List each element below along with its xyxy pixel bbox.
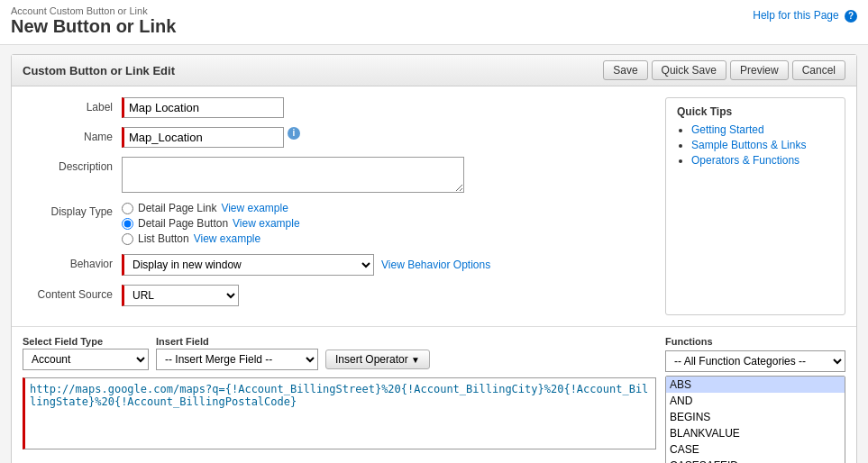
display-type-label: Display Type bbox=[23, 202, 122, 218]
help-link-text: Help for this Page bbox=[753, 9, 838, 22]
behavior-controls: Display in new window View Behavior Opti… bbox=[122, 254, 490, 276]
radio-row-3: List Button View example bbox=[122, 232, 300, 245]
form-panel-title: Custom Button or Link Edit bbox=[23, 64, 175, 77]
view-behavior-options-link[interactable]: View Behavior Options bbox=[381, 259, 490, 271]
page-header: Help for this Page ? Account Custom Butt… bbox=[0, 0, 868, 45]
select-field-type-label: Select Field Type bbox=[23, 336, 149, 347]
insert-operator-caret: ▼ bbox=[411, 355, 420, 365]
form-panel-header: Custom Button or Link Edit Save Quick Sa… bbox=[12, 55, 856, 86]
description-input[interactable] bbox=[122, 157, 464, 193]
field-controls: Select Field Type Account Insert Field -… bbox=[23, 336, 656, 370]
detail-page-button-example[interactable]: View example bbox=[233, 217, 299, 230]
quick-tips-item-2: Sample Buttons & Links bbox=[691, 139, 834, 151]
display-type-radio-group: Detail Page Link View example Detail Pag… bbox=[122, 202, 300, 245]
help-icon: ? bbox=[845, 10, 857, 23]
functions-list[interactable]: ABS AND BEGINS BLANKVALUE CASE CASESAFEI… bbox=[665, 376, 845, 463]
content-source-select[interactable]: URL bbox=[122, 285, 239, 306]
quick-tips-title: Quick Tips bbox=[677, 105, 834, 118]
content-source-label: Content Source bbox=[23, 285, 122, 301]
radio-detail-page-link-label: Detail Page Link bbox=[138, 202, 216, 214]
bottom-section: Select Field Type Account Insert Field -… bbox=[12, 327, 856, 463]
page-title: New Button or Link bbox=[11, 16, 857, 37]
operators-functions-link[interactable]: Operators & Functions bbox=[691, 154, 799, 167]
breadcrumb: Account Custom Button or Link bbox=[11, 5, 857, 16]
help-link[interactable]: Help for this Page ? bbox=[753, 9, 857, 23]
radio-row-1: Detail Page Link View example bbox=[122, 202, 300, 214]
label-field-label: Label bbox=[23, 97, 122, 113]
quick-save-button[interactable]: Quick Save bbox=[652, 60, 726, 80]
behavior-select[interactable]: Display in new window bbox=[122, 254, 374, 276]
radio-list-button-label: List Button bbox=[138, 232, 189, 245]
form-panel: Custom Button or Link Edit Save Quick Sa… bbox=[11, 54, 857, 463]
cancel-button[interactable]: Cancel bbox=[792, 60, 845, 80]
detail-page-link-example[interactable]: View example bbox=[221, 202, 288, 214]
name-row: Name i bbox=[23, 127, 647, 148]
main-content: Custom Button or Link Edit Save Quick Sa… bbox=[0, 45, 868, 463]
label-row: Label bbox=[23, 97, 647, 118]
description-field-label: Description bbox=[23, 157, 122, 173]
insert-field-label: Insert Field bbox=[156, 336, 318, 347]
quick-tips-panel: Quick Tips Getting Started Sample Button… bbox=[665, 97, 845, 315]
form-fields: Label Name i Description bbox=[23, 97, 647, 315]
select-field-type-group: Select Field Type Account bbox=[23, 336, 149, 370]
getting-started-link[interactable]: Getting Started bbox=[691, 123, 764, 136]
label-input[interactable] bbox=[122, 97, 284, 118]
insert-merge-field-select[interactable]: -- Insert Merge Field -- bbox=[156, 349, 318, 370]
insert-operator-button[interactable]: Insert Operator ▼ bbox=[325, 350, 430, 369]
description-row: Description bbox=[23, 157, 647, 193]
left-bottom: Select Field Type Account Insert Field -… bbox=[23, 336, 656, 463]
name-input[interactable] bbox=[122, 127, 284, 148]
select-field-type-select[interactable]: Account bbox=[23, 349, 149, 370]
right-bottom: Functions -- All Function Categories -- … bbox=[665, 336, 845, 463]
function-categories-select[interactable]: -- All Function Categories -- bbox=[665, 350, 845, 372]
list-button-example[interactable]: View example bbox=[194, 232, 260, 245]
form-body: Label Name i Description bbox=[12, 86, 856, 326]
quick-tips-item-1: Getting Started bbox=[691, 123, 834, 136]
radio-row-2: Detail Page Button View example bbox=[122, 217, 300, 230]
behavior-field-label: Behavior bbox=[23, 254, 122, 270]
functions-label: Functions bbox=[665, 336, 845, 347]
radio-detail-page-button[interactable] bbox=[122, 218, 133, 230]
insert-field-group: Insert Field -- Insert Merge Field -- bbox=[156, 336, 318, 370]
radio-detail-page-link[interactable] bbox=[122, 203, 133, 214]
insert-operator-label: Insert Operator bbox=[335, 353, 408, 366]
preview-button[interactable]: Preview bbox=[730, 60, 789, 80]
save-button[interactable]: Save bbox=[603, 60, 647, 80]
sample-buttons-link[interactable]: Sample Buttons & Links bbox=[691, 139, 806, 151]
name-field-label: Name bbox=[23, 127, 122, 143]
display-type-row: Display Type Detail Page Link View examp… bbox=[23, 202, 647, 245]
page-wrapper: Help for this Page ? Account Custom Butt… bbox=[0, 0, 868, 463]
url-editor[interactable]: http://maps.google.com/maps?q={!Account_… bbox=[23, 377, 656, 449]
button-bar: Save Quick Save Preview Cancel bbox=[603, 60, 845, 80]
quick-tips-list: Getting Started Sample Buttons & Links O… bbox=[677, 123, 834, 167]
radio-list-button[interactable] bbox=[122, 233, 133, 245]
behavior-row: Behavior Display in new window View Beha… bbox=[23, 254, 647, 276]
quick-tips-item-3: Operators & Functions bbox=[691, 154, 834, 167]
content-source-row: Content Source URL bbox=[23, 285, 647, 306]
name-info-icon[interactable]: i bbox=[288, 127, 300, 140]
radio-detail-page-button-label: Detail Page Button bbox=[138, 217, 228, 230]
